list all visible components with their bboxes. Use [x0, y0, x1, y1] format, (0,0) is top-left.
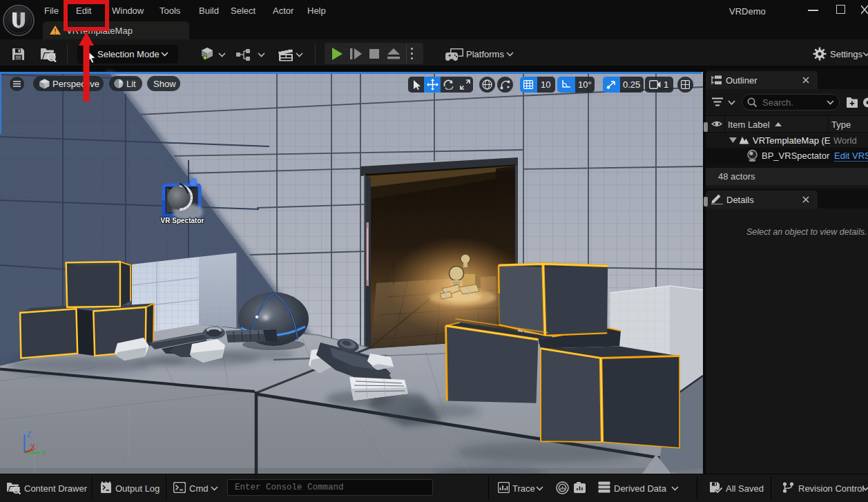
svg-text:Y: Y: [41, 449, 47, 457]
svg-text:Z: Z: [27, 430, 32, 438]
svg-text:X: X: [30, 443, 36, 451]
svg-text:VR Spectator: VR Spectator: [161, 217, 204, 224]
